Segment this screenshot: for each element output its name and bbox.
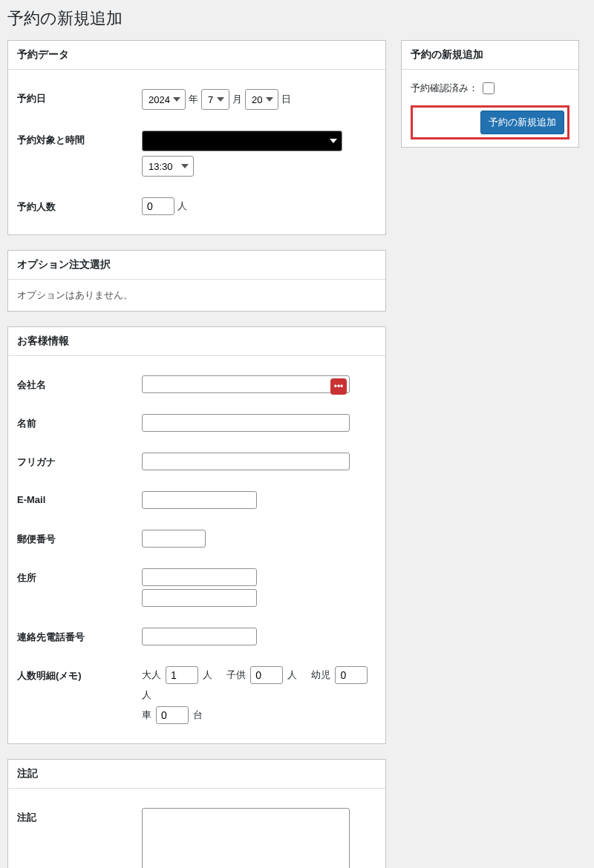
confirmed-checkbox[interactable] [483, 82, 495, 94]
people-label: 予約人数 [17, 197, 142, 214]
notes-box: 注記 注記 [7, 759, 386, 868]
submit-highlight-frame: 予約の新規追加 [411, 105, 569, 139]
name-input[interactable] [142, 414, 350, 432]
kana-label: フリガナ [17, 453, 142, 469]
kana-input[interactable] [142, 453, 350, 470]
child-input[interactable] [250, 666, 283, 684]
email-input[interactable] [142, 491, 257, 509]
address-input-1[interactable] [142, 568, 257, 586]
phone-label: 連絡先電話番号 [17, 628, 142, 644]
day-select[interactable]: 20 [245, 89, 278, 110]
people-unit: 人 [177, 200, 187, 213]
booking-data-box: 予約データ 予約日 2024 年 7 月 20 日 予約対象と時間 [7, 40, 386, 235]
note-label: 注記 [17, 808, 142, 824]
day-unit: 日 [281, 93, 291, 106]
postal-input[interactable] [142, 530, 206, 548]
options-box: オプション注文選択 オプションはありません。 [7, 250, 386, 312]
booking-data-heading: 予約データ [8, 41, 385, 70]
time-select[interactable]: 13:30 [142, 156, 194, 177]
address-label: 住所 [17, 568, 142, 585]
target-label: 予約対象と時間 [17, 131, 142, 147]
adult-label: 大人 [142, 668, 161, 682]
options-empty-text: オプションはありません。 [8, 280, 385, 311]
people-input[interactable] [142, 197, 174, 215]
car-label: 車 [142, 708, 151, 722]
postal-label: 郵便番号 [17, 530, 142, 546]
year-unit: 年 [189, 93, 198, 106]
submit-heading: 予約の新規追加 [402, 41, 578, 70]
month-unit: 月 [232, 93, 242, 106]
address-input-2[interactable] [142, 589, 257, 607]
adult-unit: 人 [203, 668, 212, 682]
name-label: 名前 [17, 414, 142, 430]
notes-heading: 注記 [8, 760, 385, 789]
password-manager-icon[interactable]: ••• [330, 378, 347, 395]
company-label: 会社名 [17, 375, 142, 392]
customer-heading: お客様情報 [8, 327, 385, 356]
submit-box: 予約の新規追加 予約確認済み： 予約の新規追加 [401, 40, 579, 148]
infant-unit: 人 [142, 688, 151, 702]
date-label: 予約日 [17, 89, 142, 105]
infant-label: 幼児 [311, 668, 330, 682]
car-unit: 台 [193, 708, 203, 722]
adult-input[interactable] [166, 666, 198, 684]
child-unit: 人 [287, 668, 297, 682]
infant-input[interactable] [335, 666, 368, 684]
month-select[interactable]: 7 [201, 89, 229, 110]
car-input[interactable] [156, 706, 189, 724]
options-heading: オプション注文選択 [8, 251, 385, 280]
page-title: 予約の新規追加 [7, 0, 579, 40]
note-textarea[interactable] [142, 808, 350, 868]
child-label: 子供 [226, 668, 246, 682]
year-select[interactable]: 2024 [142, 89, 186, 110]
email-label: E-Mail [17, 491, 142, 505]
detail-label: 人数明細(メモ) [17, 666, 142, 683]
phone-input[interactable] [142, 628, 257, 645]
confirmed-label: 予約確認済み： [411, 82, 478, 95]
submit-button[interactable]: 予約の新規追加 [480, 111, 564, 134]
company-input[interactable] [142, 375, 350, 393]
target-select[interactable] [142, 131, 342, 151]
customer-box: お客様情報 会社名 ••• 名前 フリガナ [7, 326, 386, 744]
